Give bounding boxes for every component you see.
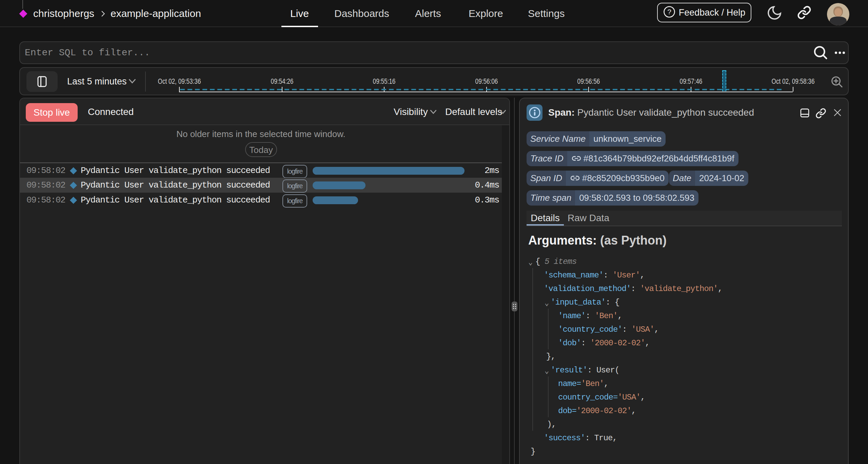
svg-text:?: ?	[667, 8, 671, 16]
